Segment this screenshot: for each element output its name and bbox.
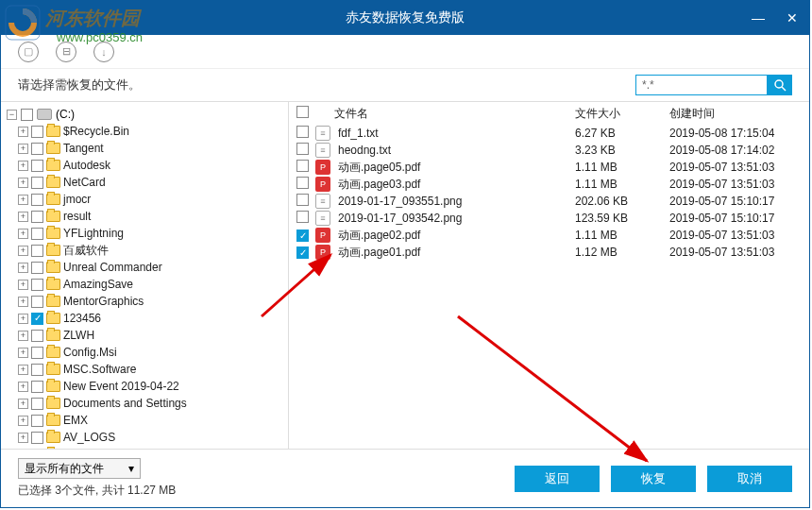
selection-status: 已选择 3个文件, 共计 11.27 MB — [18, 483, 176, 499]
tree-node[interactable]: +Documents and Settings — [7, 395, 288, 412]
expand-icon[interactable]: + — [18, 246, 28, 256]
tree-checkbox[interactable]: ✓ — [31, 313, 43, 325]
tree-checkbox[interactable] — [31, 194, 43, 206]
tree-node[interactable]: +AV_LOGS — [7, 429, 288, 446]
tree-node[interactable]: +百威软件 — [7, 242, 288, 259]
tree-node[interactable]: +$Recycle.Bin — [7, 123, 288, 140]
tree-checkbox[interactable] — [31, 143, 43, 155]
column-date[interactable]: 创建时间 — [669, 106, 802, 122]
file-row[interactable]: ≡2019-01-17_093551.png202.06 KB2019-05-0… — [289, 193, 809, 210]
tree-node[interactable]: +ZLWH — [7, 327, 288, 344]
tree-node[interactable]: +Autodesk — [7, 157, 288, 174]
tree-checkbox[interactable] — [31, 126, 43, 138]
tree-node-label: jmocr — [63, 193, 91, 206]
search-button[interactable] — [768, 75, 792, 95]
tree-node[interactable]: +AmazingSave — [7, 276, 288, 293]
tree-node[interactable]: +Tangent — [7, 140, 288, 157]
tree-node[interactable]: +EMX — [7, 412, 288, 429]
expand-icon[interactable]: + — [18, 195, 28, 205]
tree-node[interactable]: +✓123456 — [7, 310, 288, 327]
file-row[interactable]: P动画.page05.pdf1.11 MB2019-05-07 13:51:03 — [289, 159, 809, 176]
tree-checkbox[interactable] — [31, 245, 43, 257]
file-row[interactable]: ✓P动画.page01.pdf1.12 MB2019-05-07 13:51:0… — [289, 244, 809, 261]
tree-checkbox[interactable] — [31, 262, 43, 274]
file-checkbox[interactable] — [296, 177, 309, 189]
file-checkbox[interactable] — [296, 143, 309, 155]
tree-checkbox[interactable] — [31, 211, 43, 223]
expand-icon[interactable]: + — [18, 416, 28, 426]
expand-icon[interactable]: + — [18, 314, 28, 324]
cancel-button[interactable]: 取消 — [707, 466, 792, 492]
tree-checkbox[interactable] — [31, 398, 43, 410]
expand-icon[interactable]: + — [18, 127, 28, 137]
tree-checkbox[interactable] — [31, 279, 43, 291]
file-row[interactable]: ✓P动画.page02.pdf1.11 MB2019-05-07 13:51:0… — [289, 227, 809, 244]
expand-icon[interactable]: + — [18, 331, 28, 341]
folder-icon — [46, 143, 60, 154]
file-row[interactable]: P动画.page03.pdf1.11 MB2019-05-07 13:51:03 — [289, 176, 809, 193]
select-all-checkbox[interactable] — [296, 106, 309, 118]
expand-icon[interactable]: + — [18, 365, 28, 375]
expand-icon[interactable]: + — [18, 263, 28, 273]
drive-header[interactable]: − (C:) — [7, 106, 288, 123]
toolbar-disk-icon[interactable]: ⊟ — [56, 42, 76, 62]
tree-checkbox[interactable] — [31, 296, 43, 308]
tree-node[interactable]: +MentorGraphics — [7, 293, 288, 310]
file-checkbox[interactable]: ✓ — [296, 246, 309, 259]
toolbar-folder-icon[interactable]: ▢ — [18, 42, 39, 62]
tree-node[interactable]: +NetCard — [7, 174, 288, 191]
column-name[interactable]: 文件名 — [334, 106, 575, 122]
folder-icon — [46, 364, 60, 375]
file-row[interactable]: ≡heodng.txt3.23 KB2019-05-08 17:14:02 — [289, 142, 809, 159]
expand-icon[interactable]: + — [18, 280, 28, 290]
search-input[interactable] — [635, 75, 768, 95]
tree-node-label: Documents and Settings — [63, 397, 187, 410]
file-checkbox[interactable] — [296, 211, 309, 223]
tree-node[interactable]: +result — [7, 208, 288, 225]
tree-node[interactable]: +Config.Msi — [7, 344, 288, 361]
tree-checkbox[interactable] — [31, 330, 43, 342]
file-checkbox[interactable] — [296, 160, 309, 172]
recover-button[interactable]: 恢复 — [611, 466, 696, 492]
tree-checkbox[interactable] — [31, 347, 43, 359]
tree-checkbox[interactable] — [31, 160, 43, 172]
tree-checkbox[interactable] — [31, 228, 43, 240]
tree-node[interactable]: +New Event 2019-04-22 — [7, 378, 288, 395]
tree-node[interactable]: +YFLightning — [7, 225, 288, 242]
column-size[interactable]: 文件大小 — [575, 106, 669, 122]
drive-checkbox[interactable] — [21, 109, 33, 121]
file-name: 动画.page05.pdf — [334, 160, 575, 176]
tree-node[interactable]: +Unreal Commander — [7, 259, 288, 276]
expand-icon[interactable]: + — [18, 212, 28, 222]
folder-tree[interactable]: − (C:) +$Recycle.Bin+Tangent+Autodesk+Ne… — [1, 102, 289, 449]
tree-checkbox[interactable] — [31, 415, 43, 427]
file-row[interactable]: ≡fdf_1.txt6.27 KB2019-05-08 17:15:04 — [289, 125, 809, 142]
file-checkbox[interactable] — [296, 126, 309, 138]
tree-checkbox[interactable] — [31, 432, 43, 444]
tree-checkbox[interactable] — [31, 177, 43, 189]
file-checkbox[interactable] — [296, 194, 309, 206]
expand-icon[interactable]: + — [18, 144, 28, 154]
expand-icon[interactable]: + — [18, 382, 28, 392]
expand-icon[interactable]: + — [18, 297, 28, 307]
tree-checkbox[interactable] — [31, 364, 43, 376]
file-row[interactable]: ≡2019-01-17_093542.png123.59 KB2019-05-0… — [289, 210, 809, 227]
tree-node-label: MSC.Software — [63, 363, 136, 376]
expand-icon[interactable]: + — [18, 348, 28, 358]
minimize-button[interactable]: — — [741, 1, 775, 35]
filter-dropdown[interactable]: 显示所有的文件 ▾ — [18, 458, 141, 479]
file-checkbox[interactable]: ✓ — [296, 230, 309, 242]
expand-icon[interactable]: + — [18, 178, 28, 188]
tree-node[interactable]: +MSC.Software — [7, 361, 288, 378]
expand-icon[interactable]: − — [7, 110, 17, 120]
expand-icon[interactable]: + — [18, 433, 28, 443]
toolbar-refresh-icon[interactable]: ↓ — [93, 42, 114, 62]
close-button[interactable]: ✕ — [775, 1, 809, 35]
expand-icon[interactable]: + — [18, 229, 28, 239]
back-button[interactable]: 返回 — [515, 466, 600, 492]
tree-checkbox[interactable] — [31, 381, 43, 393]
expand-icon[interactable]: + — [18, 161, 28, 171]
expand-icon[interactable]: + — [18, 399, 28, 409]
tree-node[interactable]: +jmocr — [7, 191, 288, 208]
file-size: 6.27 KB — [575, 127, 669, 140]
